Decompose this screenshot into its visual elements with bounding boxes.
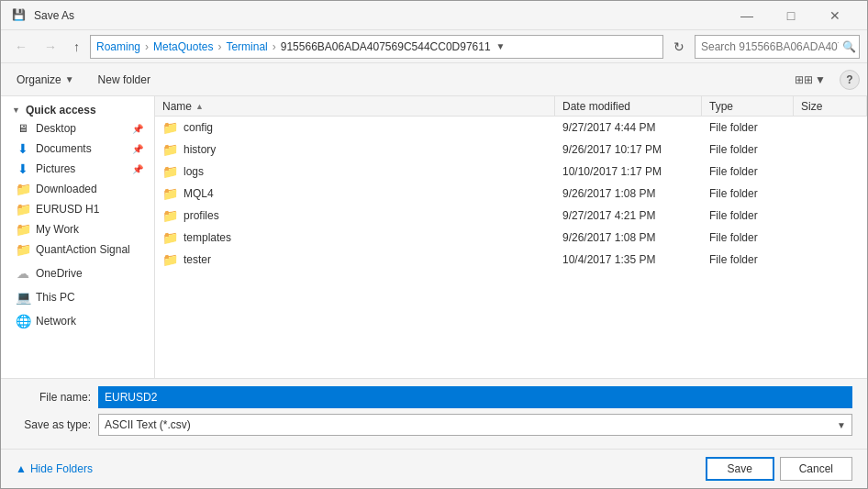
search-input[interactable] (701, 40, 839, 53)
cancel-button[interactable]: Cancel (780, 457, 852, 481)
table-row[interactable]: 📁 profiles 9/27/2017 4:21 PM File folder (155, 205, 867, 227)
filetype-select[interactable]: ASCII Text (*.csv) ▼ (98, 414, 852, 436)
organize-dropdown-icon: ▼ (65, 74, 74, 84)
table-row[interactable]: 📁 tester 10/4/2017 1:35 PM File folder (155, 249, 867, 271)
organize-button[interactable]: Organize ▼ (8, 70, 83, 90)
filename-2: logs (184, 165, 204, 178)
sort-arrow-name: ▲ (195, 102, 204, 111)
sidebar-item-desktop[interactable]: 🖥 Desktop 📌 (1, 118, 154, 139)
filetype-row: Save as type: ASCII Text (*.csv) ▼ (16, 414, 852, 436)
table-row[interactable]: 📁 config 9/27/2017 4:44 PM File folder (155, 117, 867, 139)
col-name-label: Name (162, 100, 192, 113)
view-icon: ⊞⊞ (795, 73, 813, 86)
folder-icon-1: 📁 (162, 142, 178, 157)
sidebar: ▼ Quick access 🖥 Desktop 📌 ⬇ Documents 📌… (1, 96, 155, 378)
new-folder-label: New folder (98, 73, 150, 86)
table-row[interactable]: 📁 templates 9/26/2017 1:08 PM File folde… (155, 227, 867, 249)
navigation-bar: ← → ↑ Roaming › MetaQuotes › Terminal › … (1, 30, 867, 63)
view-button[interactable]: ⊞⊞ ▼ (788, 70, 832, 90)
hide-folders-chevron: ▲ (16, 462, 27, 475)
refresh-button[interactable]: ↻ (667, 36, 691, 58)
column-header-type[interactable]: Type (702, 96, 794, 116)
maximize-button[interactable]: □ (770, 6, 812, 25)
filename-row: File name: (16, 386, 852, 408)
title-bar-left: 💾 Save As (12, 8, 74, 23)
breadcrumb-terminal[interactable]: Terminal (226, 40, 267, 53)
quick-access-section: ▼ Quick access 🖥 Desktop 📌 ⬇ Documents 📌… (1, 100, 154, 260)
folder-icon-4: 📁 (162, 208, 178, 223)
eurusd-label: EURUSD H1 (36, 203, 99, 216)
minimize-button[interactable]: — (726, 6, 768, 25)
save-as-dialog: 💾 Save As — □ ✕ ← → ↑ Roaming › MetaQuot… (0, 0, 868, 489)
bottom-buttons-bar: ▲ Hide Folders Save Cancel (1, 449, 867, 488)
save-label: Save (727, 462, 751, 475)
quantaction-label: QuantAction Signal (36, 243, 130, 256)
sidebar-item-network[interactable]: 🌐 Network (1, 311, 154, 331)
desktop-icon: 🖥 (16, 121, 30, 136)
close-button[interactable]: ✕ (814, 6, 856, 25)
network-section: 🌐 Network (1, 311, 154, 331)
forward-button[interactable]: → (38, 36, 63, 58)
sidebar-item-eurusd[interactable]: 📁 EURUSD H1 (1, 199, 154, 219)
sidebar-item-pictures[interactable]: ⬇ Pictures 📌 (1, 159, 154, 179)
breadcrumb-current: 915566BA06ADA407569C544CC0D97611 (281, 40, 491, 53)
search-icon: 🔍 (842, 40, 856, 53)
filename-input[interactable] (98, 386, 852, 408)
breadcrumb-metaquotes[interactable]: MetaQuotes (153, 40, 213, 53)
title-bar: 💾 Save As — □ ✕ (1, 1, 867, 30)
organize-label: Organize (17, 73, 61, 86)
breadcrumb-roaming[interactable]: Roaming (96, 40, 140, 53)
up-button[interactable]: ↑ (67, 36, 86, 58)
filename-0: config (184, 121, 213, 134)
filetype-6: File folder (702, 253, 794, 266)
hide-folders-button[interactable]: ▲ Hide Folders (16, 462, 93, 475)
sidebar-item-mywork[interactable]: 📁 My Work (1, 219, 154, 239)
sidebar-item-downloaded[interactable]: 📁 Downloaded (1, 179, 154, 199)
column-header-size[interactable]: Size (794, 96, 867, 116)
table-row[interactable]: 📁 history 9/26/2017 10:17 PM File folder (155, 139, 867, 161)
quantaction-icon: 📁 (16, 242, 30, 257)
documents-pin-icon: 📌 (132, 144, 143, 154)
breadcrumb-dropdown-button[interactable]: ▼ (493, 41, 509, 51)
filename-3: MQL4 (184, 187, 214, 200)
col-size-label: Size (801, 100, 822, 113)
sidebar-item-documents[interactable]: ⬇ Documents 📌 (1, 139, 154, 159)
help-button[interactable]: ? (840, 70, 860, 90)
documents-icon: ⬇ (16, 141, 30, 156)
table-row[interactable]: 📁 logs 10/10/2017 1:17 PM File folder (155, 161, 867, 183)
documents-label: Documents (36, 142, 92, 155)
filetype-2: File folder (702, 165, 794, 178)
filetype-label: Save as type: (16, 418, 98, 431)
filename-5: templates (184, 231, 231, 244)
mywork-label: My Work (36, 223, 79, 236)
col-date-label: Date modified (562, 100, 630, 113)
breadcrumb-sep-2: › (217, 40, 221, 53)
mywork-icon: 📁 (16, 222, 30, 237)
folder-icon-5: 📁 (162, 230, 178, 245)
new-folder-button[interactable]: New folder (90, 70, 159, 90)
column-header-date[interactable]: Date modified (555, 96, 702, 116)
thispc-section: 💻 This PC (1, 287, 154, 307)
breadcrumb: Roaming › MetaQuotes › Terminal › 915566… (90, 35, 663, 59)
table-row[interactable]: 📁 MQL4 9/26/2017 1:08 PM File folder (155, 183, 867, 205)
network-icon: 🌐 (16, 314, 30, 328)
back-button[interactable]: ← (8, 36, 34, 58)
sidebar-item-thispc[interactable]: 💻 This PC (1, 287, 154, 307)
folder-icon-2: 📁 (162, 164, 178, 179)
column-header-name[interactable]: Name ▲ (155, 96, 555, 116)
sidebar-item-onedrive[interactable]: ☁ OneDrive (1, 263, 154, 283)
sidebar-item-quantaction[interactable]: 📁 QuantAction Signal (1, 239, 154, 260)
window-title: Save As (34, 9, 74, 22)
file-list-body: 📁 config 9/27/2017 4:44 PM File folder 📁… (155, 117, 867, 378)
col-type-label: Type (709, 100, 733, 113)
search-box: 🔍 (695, 35, 860, 59)
downloaded-icon: 📁 (16, 182, 30, 196)
filename-label: File name: (16, 391, 98, 404)
quick-access-header[interactable]: ▼ Quick access (1, 100, 154, 118)
hide-folders-label: Hide Folders (30, 462, 93, 475)
save-button[interactable]: Save (706, 457, 774, 481)
breadcrumb-sep-3: › (273, 40, 276, 53)
filetype-value: ASCII Text (*.csv) (105, 418, 191, 431)
filename-4: profiles (184, 209, 219, 222)
toolbar: Organize ▼ New folder ⊞⊞ ▼ ? (1, 63, 867, 96)
